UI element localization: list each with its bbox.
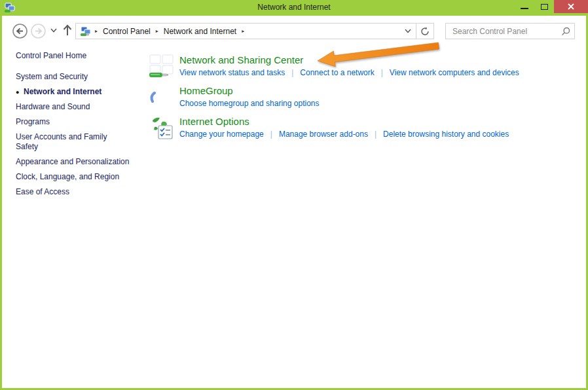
sidebar-item-label: Programs xyxy=(16,117,50,126)
breadcrumb-item[interactable]: Control Panel xyxy=(101,27,152,36)
active-bullet-icon: ● xyxy=(16,88,19,98)
titlebar: Network and Internet xyxy=(0,0,588,16)
sidebar-item-label: Appearance and Personalization xyxy=(16,157,129,166)
homegroup-icon[interactable] xyxy=(149,84,174,109)
breadcrumb-chevron-icon[interactable]: ▸ xyxy=(152,28,162,34)
window-controls xyxy=(515,0,588,13)
network-sharing-icon[interactable] xyxy=(149,54,174,79)
refresh-button[interactable] xyxy=(416,24,433,39)
category-body: HomeGroupChoose homegroup and sharing op… xyxy=(179,84,319,109)
category-links: View network status and tasks|Connect to… xyxy=(179,67,519,79)
link-separator: | xyxy=(285,67,300,79)
sidebar-item-control-panel-home[interactable]: Control Panel Home xyxy=(16,51,130,61)
search-input[interactable] xyxy=(446,27,557,36)
sidebar-item-label: Network and Internet xyxy=(24,87,101,96)
category-title[interactable]: HomeGroup xyxy=(179,84,319,98)
category-title[interactable]: Internet Options xyxy=(179,115,509,128)
back-button[interactable] xyxy=(12,24,28,39)
breadcrumb: ▸Control Panel▸Network and Internet▸ xyxy=(91,27,400,36)
window-title: Network and Internet xyxy=(0,0,588,16)
breadcrumb-chevron-icon[interactable]: ▸ xyxy=(238,28,248,34)
breadcrumb-network-icon xyxy=(81,26,91,37)
sidebar-item-user-accounts-and-family-safety[interactable]: User Accounts and Family Safety xyxy=(16,132,130,152)
close-icon xyxy=(567,3,575,10)
refresh-icon xyxy=(420,27,430,36)
sidebar-item-network-and-internet[interactable]: ●Network and Internet xyxy=(16,87,130,97)
link-separator: | xyxy=(264,129,279,140)
task-link[interactable]: Change your homepage xyxy=(179,129,264,140)
search-box xyxy=(445,23,575,39)
up-button[interactable] xyxy=(62,24,73,37)
search-icon[interactable] xyxy=(557,27,574,36)
link-separator: | xyxy=(368,129,383,140)
category-section: Network and Sharing CenterView network s… xyxy=(149,54,555,79)
task-link[interactable]: Connect to a network xyxy=(300,67,374,79)
category-section: HomeGroupChoose homegroup and sharing op… xyxy=(149,84,555,109)
category-section: Internet OptionsChange your homepage|Man… xyxy=(149,115,555,140)
control-panel-window: Network and Internet xyxy=(0,0,588,390)
sidebar-item-appearance-and-personalization[interactable]: Appearance and Personalization xyxy=(16,157,130,167)
task-link[interactable]: Manage browser add-ons xyxy=(279,129,368,140)
maximize-button[interactable] xyxy=(534,0,554,13)
task-link[interactable]: Delete browsing history and cookies xyxy=(383,129,509,140)
category-body: Network and Sharing CenterView network s… xyxy=(179,54,519,79)
link-separator: | xyxy=(375,67,390,79)
category-title[interactable]: Network and Sharing Center xyxy=(179,54,519,67)
address-bar[interactable]: ▸Control Panel▸Network and Internet▸ xyxy=(75,23,434,39)
sidebar-item-programs[interactable]: Programs xyxy=(16,117,130,127)
task-link[interactable]: View network computers and devices xyxy=(390,67,519,79)
address-dropdown-icon[interactable] xyxy=(400,24,416,39)
minimize-icon xyxy=(521,8,528,9)
breadcrumb-chevron-icon[interactable]: ▸ xyxy=(91,28,101,34)
sidebar-item-label: Ease of Access xyxy=(16,187,69,196)
task-link[interactable]: Choose homegroup and sharing options xyxy=(179,98,319,109)
sidebar-item-label: Control Panel Home xyxy=(16,51,86,60)
close-button[interactable] xyxy=(554,0,588,13)
minimize-button[interactable] xyxy=(515,0,534,13)
task-link[interactable]: View network status and tasks xyxy=(179,67,285,79)
sidebar-item-system-and-security[interactable]: System and Security xyxy=(16,72,130,82)
window-body: ▸Control Panel▸Network and Internet▸ xyxy=(2,16,586,388)
category-links: Change your homepage|Manage browser add-… xyxy=(179,129,509,140)
recent-locations-dropdown[interactable] xyxy=(50,28,57,33)
sidebar-item-clock-language-and-region[interactable]: Clock, Language, and Region xyxy=(16,172,130,182)
breadcrumb-item[interactable]: Network and Internet xyxy=(162,27,238,36)
category-body: Internet OptionsChange your homepage|Man… xyxy=(179,115,509,140)
category-links: Choose homegroup and sharing options xyxy=(179,98,319,109)
sidebar-item-label: Clock, Language, and Region xyxy=(16,172,119,181)
sidebar-item-label: User Accounts and Family Safety xyxy=(16,132,107,151)
internet-options-icon[interactable] xyxy=(149,115,174,140)
forward-button[interactable] xyxy=(31,24,46,39)
sidebar-item-label: Hardware and Sound xyxy=(16,102,90,111)
sidebar: Control Panel HomeSystem and Security●Ne… xyxy=(16,51,130,202)
maximize-icon xyxy=(541,4,548,10)
sidebar-item-hardware-and-sound[interactable]: Hardware and Sound xyxy=(16,102,130,112)
sidebar-item-ease-of-access[interactable]: Ease of Access xyxy=(16,187,130,197)
sidebar-item-label: System and Security xyxy=(16,72,88,81)
category-list: Network and Sharing CenterView network s… xyxy=(149,54,555,146)
